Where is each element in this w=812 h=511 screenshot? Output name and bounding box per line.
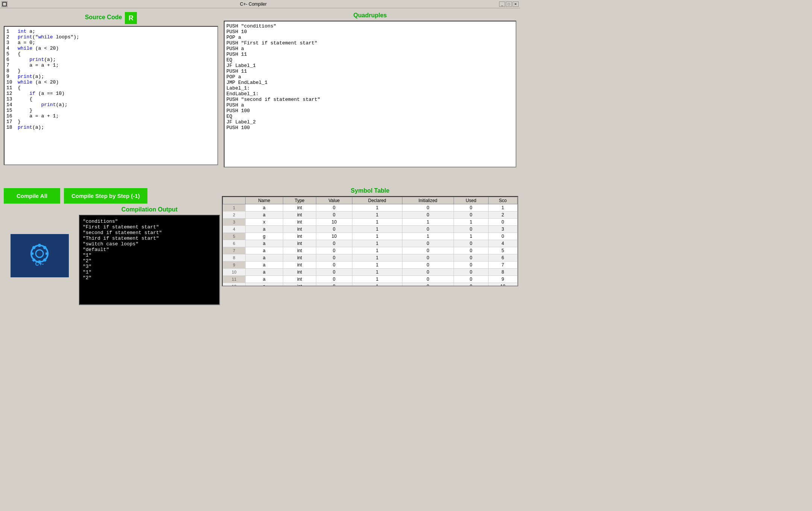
code-line: 13 {	[6, 96, 216, 102]
window-controls: _ □ ✕	[499, 2, 519, 7]
code-line: 3a = 0;	[6, 40, 216, 46]
cell-name: x	[245, 218, 283, 225]
line-number: 2	[6, 34, 18, 40]
cell-scope: 0	[488, 233, 517, 240]
row-number: 6	[223, 240, 246, 247]
code-line: 8}	[6, 68, 216, 74]
output-line: "2"	[83, 275, 216, 281]
cell-scope: 1	[488, 204, 517, 211]
code-text: print("while loops");	[18, 34, 216, 40]
code-text: while (a < 20)	[18, 46, 216, 51]
cell-declared: 1	[352, 283, 402, 286]
cell-declared: 1	[352, 218, 402, 225]
col-scope: Sco	[488, 197, 517, 204]
col-initialized: Initialized	[402, 197, 454, 204]
logo-box: C+-	[11, 234, 69, 277]
compile-all-button[interactable]: Compile All	[4, 188, 60, 204]
code-text: while (a < 20)	[18, 79, 216, 85]
symbol-table: Name Type Value Declared Initialized Use…	[223, 197, 518, 286]
cell-declared: 1	[352, 211, 402, 218]
cell-type: int	[283, 261, 316, 268]
cell-scope: 9	[488, 275, 517, 283]
cell-used: 0	[454, 254, 488, 261]
svg-rect-3	[38, 244, 41, 247]
cell-name: a	[245, 254, 283, 261]
symbol-table-container[interactable]: Name Type Value Declared Initialized Use…	[222, 196, 518, 286]
source-code-title: Source Code	[85, 14, 122, 21]
row-number: 5	[223, 233, 246, 240]
table-row: 11 a int 0 1 0 0 9	[223, 275, 518, 283]
code-line: 1int a;	[6, 29, 216, 34]
line-number: 5	[6, 51, 18, 57]
compile-step-button[interactable]: Compile Step by Step (-1)	[64, 188, 147, 204]
line-number: 6	[6, 57, 18, 62]
line-number: 4	[6, 46, 18, 51]
cell-used: 0	[454, 283, 488, 286]
row-number: 11	[223, 275, 246, 283]
symbol-table-panel: Symbol Table Name Type Value Declared In…	[222, 187, 518, 321]
cell-declared: 1	[352, 254, 402, 261]
line-number: 7	[6, 62, 18, 68]
line-number: 18	[6, 125, 18, 130]
line-number: 16	[6, 113, 18, 119]
line-number: 11	[6, 85, 18, 91]
code-line: 18print(a);	[6, 125, 216, 130]
quadruples-output[interactable]: PUSH "conditions" PUSH 10 POP a PUSH "Fi…	[224, 21, 516, 167]
code-text: }	[18, 119, 216, 125]
output-line: "Third if statement start"	[83, 236, 216, 241]
output-line: "3"	[83, 264, 216, 269]
quad-line: PUSH "First if statement start"	[226, 40, 514, 46]
minimize-button[interactable]: _	[499, 2, 505, 7]
cell-declared: 1	[352, 204, 402, 211]
svg-rect-5	[46, 252, 49, 255]
cell-value: 0	[316, 247, 352, 254]
table-row: 7 a int 0 1 0 0 5	[223, 247, 518, 254]
cell-name: a	[245, 247, 283, 254]
close-button[interactable]: ✕	[513, 2, 519, 7]
cell-name: a	[245, 225, 283, 233]
cell-initialized: 0	[402, 204, 454, 211]
line-number: 15	[6, 108, 18, 113]
compilation-output-area[interactable]: "conditions""First if statement start""s…	[79, 215, 220, 305]
row-number: 3	[223, 218, 246, 225]
cell-name: a	[245, 261, 283, 268]
quad-line: PUSH a	[226, 102, 514, 108]
code-text: print(a);	[18, 125, 216, 130]
code-text: {	[18, 51, 216, 57]
quad-line: JF Label_1	[226, 63, 514, 68]
code-line: 9print(a);	[6, 74, 216, 79]
svg-text:C+-: C+-	[35, 261, 44, 267]
line-number: 8	[6, 68, 18, 74]
r-button[interactable]: R	[125, 12, 137, 24]
output-line: "1"	[83, 269, 216, 275]
quad-line: PUSH 10	[226, 29, 514, 35]
cell-type: int	[283, 247, 316, 254]
cell-used: 0	[454, 240, 488, 247]
cell-value: 0	[316, 275, 352, 283]
cell-value: 0	[316, 268, 352, 275]
row-number: 7	[223, 247, 246, 254]
row-number: 8	[223, 254, 246, 261]
cell-name: a	[245, 268, 283, 275]
quad-line: POP a	[226, 35, 514, 40]
cell-value: 0	[316, 254, 352, 261]
cell-initialized: 0	[402, 211, 454, 218]
code-text: print(a);	[18, 102, 216, 108]
cell-initialized: 0	[402, 261, 454, 268]
row-number: 4	[223, 225, 246, 233]
line-number: 17	[6, 119, 18, 125]
cell-scope: 8	[488, 268, 517, 275]
logo-icon: C+-	[24, 242, 55, 269]
cell-used: 0	[454, 247, 488, 254]
quad-line: EQ	[226, 114, 514, 119]
cell-name: a	[245, 211, 283, 218]
cell-declared: 1	[352, 247, 402, 254]
cell-declared: 1	[352, 268, 402, 275]
svg-point-2	[36, 250, 43, 257]
cell-type: int	[283, 218, 316, 225]
source-code-editor[interactable]: 1int a;2print("while loops");3a = 0;4whi…	[4, 26, 218, 165]
code-line: 10while (a < 20)	[6, 79, 216, 85]
maximize-button[interactable]: □	[506, 2, 512, 7]
cell-initialized: 0	[402, 268, 454, 275]
output-line: "switch case loops"	[83, 241, 216, 247]
